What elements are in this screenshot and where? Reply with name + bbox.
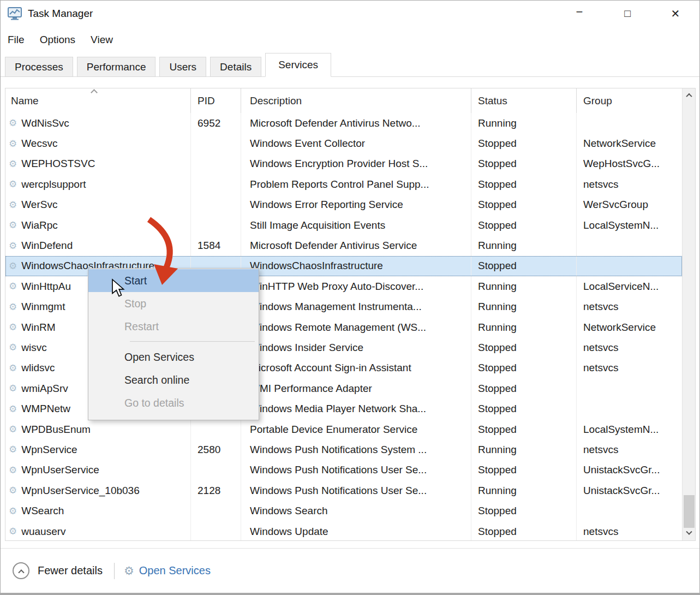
service-gear-icon: ⚙	[9, 527, 17, 536]
tab-details[interactable]: Details	[210, 57, 261, 77]
cell-desc: Windows Search	[241, 501, 471, 521]
open-services-link[interactable]: Open Services	[139, 564, 211, 577]
cell-status: Stopped	[471, 501, 577, 521]
sort-ascending-icon	[91, 89, 98, 96]
cell-desc: Problem Reports Control Panel Supp...	[241, 174, 471, 194]
service-gear-icon: ⚙	[9, 180, 17, 189]
cell-status: Stopped	[471, 174, 577, 194]
cell-group	[577, 398, 682, 419]
cell-pid	[191, 195, 241, 215]
cell-desc: Windows Management Instrumenta...	[241, 297, 471, 317]
table-row[interactable]: ⚙WerSvcWindows Error Reporting ServiceSt…	[5, 195, 682, 215]
context-menu-item-stop[interactable]: Stop	[88, 292, 259, 315]
scrollbar-thumb[interactable]	[684, 495, 695, 528]
cell-group: LocalSystemN...	[577, 215, 682, 235]
table-row[interactable]: ⚙WdNisSvc6952Microsoft Defender Antiviru…	[5, 113, 682, 133]
cell-status: Running	[471, 317, 577, 337]
cell-status: Running	[471, 297, 577, 317]
cell-pid	[191, 154, 241, 174]
cell-name: ⚙WpnUserService	[5, 460, 191, 480]
cell-desc: Windows Encryption Provider Host S...	[241, 154, 471, 174]
chevron-down-icon	[686, 529, 692, 535]
menu-bar: File Options View	[1, 27, 699, 52]
cell-group: netsvcs	[577, 337, 682, 358]
table-row[interactable]: ⚙wercplsupportProblem Reports Control Pa…	[5, 174, 682, 194]
footer-divider	[114, 563, 115, 579]
column-header-group[interactable]: Group	[577, 88, 683, 113]
menu-file[interactable]: File	[8, 34, 25, 46]
cell-desc: Windows Push Notifications User Se...	[241, 460, 471, 480]
status-bar: Fewer details ⚙ Open Services	[1, 548, 699, 593]
cell-group: WepHostSvcG...	[577, 154, 682, 174]
service-gear-icon: ⚙	[9, 364, 17, 373]
minimize-button[interactable]: −	[555, 1, 603, 27]
menu-options[interactable]: Options	[40, 34, 75, 46]
cell-group: netsvcs	[577, 174, 682, 194]
service-gear-icon: ⚙	[9, 221, 17, 230]
cell-pid	[191, 215, 241, 235]
close-button[interactable]: ✕	[651, 1, 699, 27]
context-menu-item-go-to-details[interactable]: Go to details	[88, 391, 259, 414]
cell-desc: Windows Error Reporting Service	[241, 195, 471, 215]
table-row[interactable]: ⚙WpnUserServiceWindows Push Notification…	[5, 460, 682, 480]
cell-name: ⚙wercplsupport	[5, 174, 191, 194]
column-header-status[interactable]: Status	[471, 88, 577, 113]
fewer-details-button[interactable]	[13, 562, 29, 579]
maximize-button[interactable]: □	[603, 1, 651, 27]
cell-status: Stopped	[471, 358, 577, 378]
fewer-details-label[interactable]: Fewer details	[38, 564, 103, 577]
cell-pid	[191, 133, 241, 153]
table-row[interactable]: ⚙wuauservWindows UpdateStoppednetsvcs	[5, 521, 682, 540]
cell-group	[577, 256, 682, 276]
context-menu-item-search-online[interactable]: Search online	[88, 368, 259, 391]
cell-status: Running	[471, 113, 577, 133]
cell-desc: Windows Push Notifications System ...	[241, 439, 471, 460]
column-header-name[interactable]: Name	[5, 88, 191, 113]
tab-users[interactable]: Users	[159, 57, 206, 77]
cell-group	[577, 235, 682, 255]
tab-performance[interactable]: Performance	[77, 57, 156, 77]
cell-pid: 2580	[191, 439, 241, 460]
window-title: Task Manager	[28, 8, 93, 20]
cell-desc: Microsoft Defender Antivirus Service	[241, 235, 471, 255]
service-gear-icon: ⚙	[9, 282, 17, 291]
table-row[interactable]: ⚙WSearchWindows SearchStopped	[5, 501, 682, 521]
context-menu-item-start[interactable]: Start	[88, 269, 259, 292]
table-row[interactable]: ⚙WiaRpcStill Image Acquisition EventsSto…	[5, 215, 682, 235]
cell-name: ⚙WerSvc	[5, 195, 191, 215]
cell-status: Stopped	[471, 337, 577, 358]
context-menu-item-restart[interactable]: Restart	[88, 315, 259, 338]
service-gear-icon: ⚙	[9, 139, 17, 148]
cell-status: Running	[471, 480, 577, 501]
cell-status: Stopped	[471, 133, 577, 153]
scroll-down-button[interactable]	[683, 526, 695, 540]
cell-desc: Windows Remote Management (WS...	[241, 317, 471, 337]
column-header-description[interactable]: Description	[241, 88, 471, 113]
scroll-up-button[interactable]	[683, 88, 695, 103]
table-row[interactable]: ⚙WEPHOSTSVCWindows Encryption Provider H…	[5, 154, 682, 174]
column-header-pid[interactable]: PID	[191, 88, 241, 113]
table-row[interactable]: ⚙WecsvcWindows Event CollectorStoppedNet…	[5, 133, 682, 153]
service-gear-icon: ⚙	[9, 118, 17, 128]
cell-group: LocalSystemN...	[577, 419, 682, 439]
tab-processes[interactable]: Processes	[5, 57, 73, 77]
chevron-up-icon	[686, 93, 692, 99]
cell-desc: WinHTTP Web Proxy Auto-Discover...	[241, 276, 471, 296]
vertical-scrollbar[interactable]	[682, 88, 695, 540]
table-header: NamePIDDescriptionStatusGroup	[5, 88, 695, 113]
table-row[interactable]: ⚙WpnUserService_10b0362128Windows Push N…	[5, 480, 682, 501]
context-menu-item-open-services[interactable]: Open Services	[88, 346, 259, 368]
menu-view[interactable]: View	[91, 34, 113, 46]
cell-status: Stopped	[471, 378, 577, 398]
table-row[interactable]: ⚙WPDBusEnumPortable Device Enumerator Se…	[5, 419, 682, 439]
tab-strip: ProcessesPerformanceUsersDetailsServices	[1, 52, 699, 77]
table-row[interactable]: ⚙WinDefend1584Microsoft Defender Antivir…	[5, 235, 682, 255]
cell-group	[577, 501, 682, 521]
service-gear-icon: ⚙	[9, 466, 17, 475]
cell-name: ⚙WdNisSvc	[5, 113, 191, 133]
context-menu: StartStopRestartOpen ServicesSearch onli…	[88, 268, 259, 420]
table-row[interactable]: ⚙WpnService2580Windows Push Notification…	[5, 439, 682, 460]
tab-services[interactable]: Services	[265, 53, 331, 77]
service-gear-icon: ⚙	[9, 323, 17, 332]
cell-desc: Portable Device Enumerator Service	[241, 419, 471, 439]
